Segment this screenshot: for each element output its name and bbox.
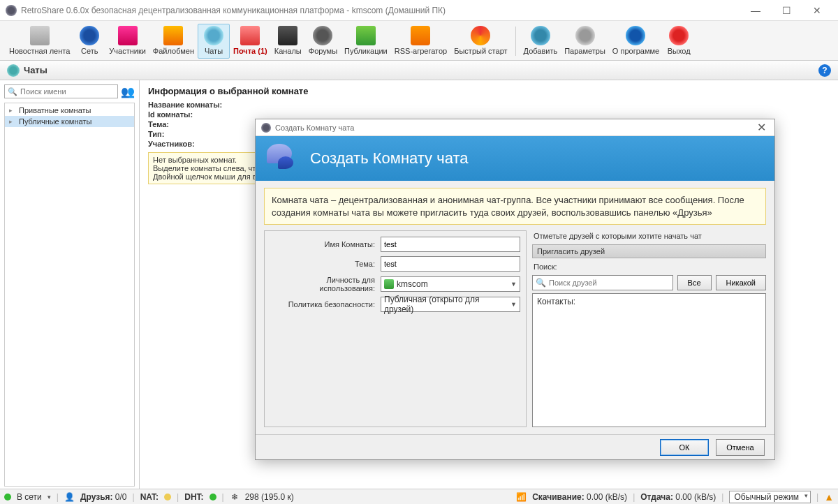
toolbar-pub-button[interactable]: Публикации (341, 24, 391, 59)
main-toolbar: Новостная лентаСетьУчастникиФайлобменЧат… (0, 21, 838, 61)
new-chat-button[interactable]: 👥 (121, 84, 135, 98)
mail-icon (240, 26, 260, 45)
mark-friends-label: Отметьте друзей с которыми хотите начать… (532, 230, 766, 242)
toolbar-label: Публикации (344, 47, 388, 55)
toolbar-label: Участники (109, 47, 146, 55)
toolbar-label: Сеть (81, 47, 98, 55)
friends-label: Друзья: (80, 492, 113, 502)
minimize-button[interactable]: — (740, 1, 771, 20)
news-icon (30, 26, 50, 45)
dialog-close-button[interactable]: ✕ (754, 121, 769, 134)
toolbar-label: Добавить (524, 47, 558, 55)
search-input[interactable] (20, 87, 115, 96)
toolbar-label: Выход (668, 47, 691, 55)
select-none-button[interactable]: Никакой (716, 275, 766, 290)
toolbar-news-button[interactable]: Новостная лента (6, 24, 73, 59)
topic-label: Тема: (270, 260, 381, 268)
policy-label: Политика безопасности: (270, 300, 381, 309)
dialog-banner-text: Создать Комнату чата (310, 149, 469, 168)
toolbar-about-button[interactable]: О программе (609, 24, 663, 59)
warning-icon[interactable]: ▲ (824, 491, 834, 503)
toolbar-forum-button[interactable]: Форумы (305, 24, 341, 59)
upload-value: 0.00 (kB/s) (675, 492, 716, 502)
friend-search-input[interactable] (549, 279, 670, 287)
invite-header: Пригласить друзей (532, 244, 766, 258)
toolbar-label: Чаты (205, 47, 223, 55)
dialog-footer: ОК Отмена (256, 434, 774, 459)
invite-panel: Отметьте друзей с которыми хотите начать… (532, 230, 766, 427)
toolbar-label: Новостная лента (9, 47, 70, 55)
identity-select[interactable]: kmscom ▼ (381, 276, 520, 292)
toolbar-file-button[interactable]: Файлобмен (149, 24, 198, 59)
toolbar-users-button[interactable]: Участники (105, 24, 149, 59)
transfer-icon: 📶 (516, 492, 527, 502)
friend-search-box[interactable]: 🔍 (532, 275, 673, 290)
left-panel: 🔍 👥 Приватные комнатыПубличные комнаты (0, 80, 140, 491)
toolbar-chat-button[interactable]: Чаты (198, 24, 230, 59)
chat-bubble-icon (267, 144, 300, 173)
toolbar-exit-button[interactable]: Выход (663, 24, 695, 59)
chan-icon (278, 26, 297, 45)
room-name-input[interactable] (381, 237, 520, 252)
section-header: Чаты ? (0, 61, 838, 80)
identity-label: Личность для использования: (270, 276, 381, 292)
download-label: Скачивание: (532, 492, 585, 502)
forum-icon (313, 26, 332, 45)
dialog-titlebar: Создать Комнату чата ✕ (256, 119, 774, 136)
toolbar-mail-button[interactable]: Почта (1) (230, 24, 271, 59)
tree-item[interactable]: Приватные комнаты (5, 105, 134, 116)
upload-label: Отдача: (640, 492, 673, 502)
add-icon (531, 26, 550, 45)
close-button[interactable]: ✕ (802, 1, 832, 20)
policy-select[interactable]: Публичная (открыто для друзей) ▼ (381, 297, 520, 312)
toolbar-net-button[interactable]: Сеть (73, 24, 105, 59)
toolbar-label: Каналы (274, 47, 302, 55)
friends-icon: 👤 (64, 492, 75, 502)
toolbar-label: Файлобмен (153, 47, 194, 55)
friends-value: 0/0 (115, 492, 127, 502)
toolbar-add-button[interactable]: Добавить (520, 24, 561, 59)
chat-icon (204, 26, 223, 45)
toolbar-label: RSS-агрегатор (395, 47, 447, 55)
window-titlebar: RetroShare 0.6.0x безопасная децентрализ… (0, 0, 838, 21)
toolbar-label: Быстрый старт (454, 47, 507, 55)
help-button[interactable]: ? (818, 64, 831, 77)
maximize-button[interactable]: ☐ (771, 1, 802, 20)
search-icon: 🔍 (536, 278, 546, 288)
about-icon (626, 26, 645, 45)
toolbar-chan-button[interactable]: Каналы (271, 24, 305, 59)
peers-value: 298 (195.0 к) (245, 492, 294, 502)
toolbar-opt-button[interactable]: Параметры (561, 24, 609, 59)
net-icon (80, 26, 99, 45)
topic-input[interactable] (381, 256, 520, 272)
contacts-list[interactable]: Контакты: (532, 293, 766, 427)
pub-icon (356, 26, 376, 45)
users-icon (118, 26, 138, 45)
toolbar-quick-button[interactable]: Быстрый старт (450, 24, 510, 59)
ok-button[interactable]: ОК (660, 439, 709, 456)
cancel-button[interactable]: Отмена (716, 439, 765, 456)
online-status[interactable]: В сети (17, 492, 42, 502)
toolbar-label: О программе (612, 47, 659, 55)
room-name-label: Имя Комнаты: (270, 240, 381, 249)
info-row: Название комнаты: (148, 101, 830, 109)
search-box[interactable]: 🔍 (4, 84, 118, 98)
dialog-form: Имя Комнаты: Тема: Личность для использо… (264, 230, 527, 427)
chat-icon (7, 64, 20, 77)
tree-item[interactable]: Публичные комнаты (5, 116, 134, 127)
contacts-label: Контакты: (537, 297, 575, 306)
dialog-icon (261, 123, 271, 133)
toolbar-rss-button[interactable]: RSS-агрегатор (391, 24, 450, 59)
status-bar: В сети ▾ | 👤 Друзья: 0/0 | NAT: | DHT: |… (0, 489, 838, 504)
info-heading: Информация о выбранной комнате (148, 86, 830, 96)
nat-indicator-icon (164, 494, 171, 501)
chevron-down-icon: ▼ (510, 281, 517, 288)
room-tree[interactable]: Приватные комнатыПубличные комнаты (4, 103, 135, 487)
search-label: Поиск: (532, 261, 766, 272)
toolbar-label: Параметры (564, 47, 605, 55)
mode-select[interactable]: Обычный режим (729, 491, 811, 503)
quick-icon (471, 26, 490, 45)
dialog-title: Создать Комнату чата (275, 124, 750, 132)
select-all-button[interactable]: Все (677, 275, 712, 290)
file-icon (163, 26, 183, 45)
